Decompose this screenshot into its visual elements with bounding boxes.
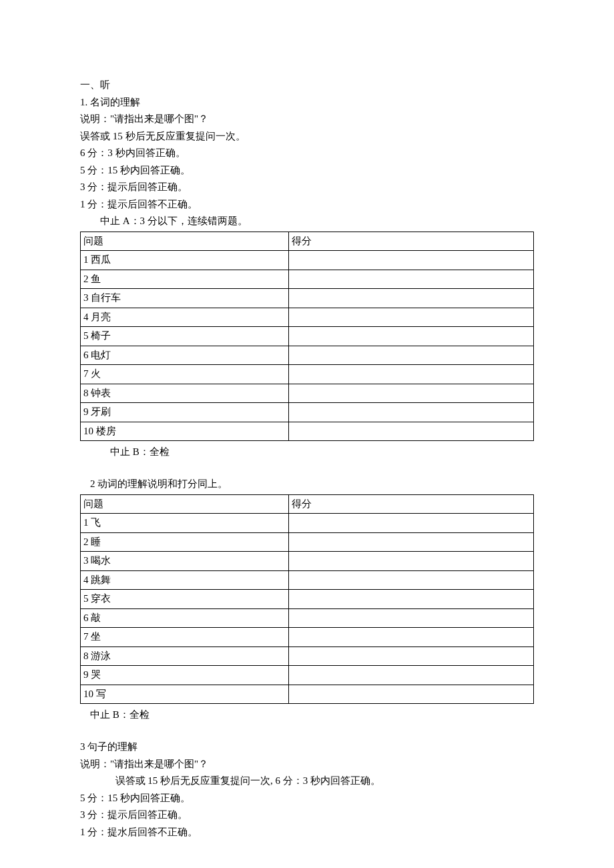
cell-score	[289, 646, 534, 666]
cell-question: 3 喝水	[81, 552, 289, 571]
cell-score	[289, 590, 534, 609]
table-header-row: 问题 得分	[81, 232, 534, 251]
cell-question: 10 楼房	[81, 422, 289, 441]
table-row: 4 跳舞	[81, 570, 534, 590]
score-rule-3: 3 分：提示后回答正确。	[80, 807, 534, 824]
table-header-row: 问题 得分	[81, 494, 534, 514]
cell-score	[289, 365, 534, 384]
score-rule-1: 1 分：提示后回答不正确。	[80, 196, 534, 213]
cell-score	[289, 608, 534, 628]
table-row: 2 睡	[81, 532, 534, 552]
cell-question: 1 飞	[81, 514, 289, 533]
cell-score	[289, 685, 534, 704]
noun-table: 问题 得分 1 西瓜 2 鱼 3 自行车 4 月亮 5 椅子 6 电灯 7 火 …	[80, 232, 534, 442]
score-rule-3: 3 分：提示后回答正确。	[80, 179, 534, 196]
table-row: 7 坐	[81, 628, 534, 647]
cell-question: 2 鱼	[81, 270, 289, 289]
table-row: 10 楼房	[81, 422, 534, 441]
table-row: 10 写	[81, 685, 534, 704]
table-row: 9 牙刷	[81, 403, 534, 422]
table-row: 5 穿衣	[81, 590, 534, 609]
score-rule-6: 6 分：3 秒内回答正确。	[80, 145, 534, 162]
cell-question: 9 哭	[81, 666, 289, 685]
cell-question: 7 坐	[81, 628, 289, 647]
score-rule-5: 5 分：15 秒内回答正确。	[80, 162, 534, 179]
table-row: 1 飞	[81, 514, 534, 533]
table-row: 1 西瓜	[81, 251, 534, 270]
cell-question: 6 电灯	[81, 346, 289, 365]
table-row: 9 哭	[81, 666, 534, 685]
cell-score	[289, 570, 534, 590]
table-row: 4 月亮	[81, 308, 534, 327]
repeat-rule: 误答或 15 秒后无反应重复提问一次。	[80, 128, 534, 145]
instruction-text: 说明："请指出来是哪个图"？	[80, 756, 534, 773]
cell-question: 1 西瓜	[81, 251, 289, 270]
stop-rule-b: 中止 B：全检	[80, 444, 534, 461]
cell-score	[289, 552, 534, 571]
table-row: 6 电灯	[81, 346, 534, 365]
cell-score	[289, 628, 534, 647]
verb-table: 问题 得分 1 飞 2 睡 3 喝水 4 跳舞 5 穿衣 6 敲 7 坐 8 游…	[80, 494, 534, 705]
subsection-title: 3 句子的理解	[80, 739, 534, 756]
cell-question: 9 牙刷	[81, 403, 289, 422]
cell-score	[289, 666, 534, 685]
table-row: 2 鱼	[81, 270, 534, 289]
cell-score	[289, 532, 534, 552]
cell-question: 3 自行车	[81, 289, 289, 308]
cell-score	[289, 289, 534, 308]
table-row: 3 喝水	[81, 552, 534, 571]
cell-question: 8 钟表	[81, 384, 289, 403]
cell-question: 2 睡	[81, 532, 289, 552]
cell-question: 10 写	[81, 685, 289, 704]
header-score: 得分	[289, 494, 534, 514]
cell-score	[289, 346, 534, 365]
stop-rule-b: 中止 B：全检	[80, 707, 534, 724]
cell-score	[289, 422, 534, 441]
score-rule-1: 1 分：提水后回答不正确。	[80, 824, 534, 841]
table-row: 8 游泳	[81, 646, 534, 666]
cell-score	[289, 270, 534, 289]
cell-score	[289, 308, 534, 327]
document-body: 一、听 1. 名词的理解 说明："请指出来是哪个图"？ 误答或 15 秒后无反应…	[80, 77, 534, 841]
cell-question: 4 跳舞	[81, 570, 289, 590]
cell-score	[289, 327, 534, 346]
cell-question: 5 椅子	[81, 327, 289, 346]
table-row: 8 钟表	[81, 384, 534, 403]
subsection-title: 2 动词的理解说明和打分同上。	[80, 476, 534, 493]
cell-question: 8 游泳	[81, 646, 289, 666]
header-score: 得分	[289, 232, 534, 251]
table-row: 5 椅子	[81, 327, 534, 346]
cell-score	[289, 251, 534, 270]
cell-score	[289, 403, 534, 422]
instruction-text: 说明："请指出来是哪个图"？	[80, 111, 534, 128]
score-rule-5: 5 分：15 秒内回答正确。	[80, 790, 534, 807]
table-row: 7 火	[81, 365, 534, 384]
table-row: 6 敲	[81, 608, 534, 628]
cell-score	[289, 514, 534, 533]
section-heading: 一、听	[80, 77, 534, 94]
header-question: 问题	[81, 232, 289, 251]
cell-question: 7 火	[81, 365, 289, 384]
repeat-and-score6: 误答或 15 秒后无反应重复提问一次, 6 分：3 秒内回答正确。	[80, 773, 534, 790]
subsection-title: 1. 名词的理解	[80, 94, 534, 111]
cell-question: 6 敲	[81, 608, 289, 628]
cell-score	[289, 384, 534, 403]
cell-question: 5 穿衣	[81, 590, 289, 609]
table-row: 3 自行车	[81, 289, 534, 308]
cell-question: 4 月亮	[81, 308, 289, 327]
header-question: 问题	[81, 494, 289, 514]
stop-rule-a: 中止 A：3 分以下，连续错两题。	[80, 213, 534, 230]
